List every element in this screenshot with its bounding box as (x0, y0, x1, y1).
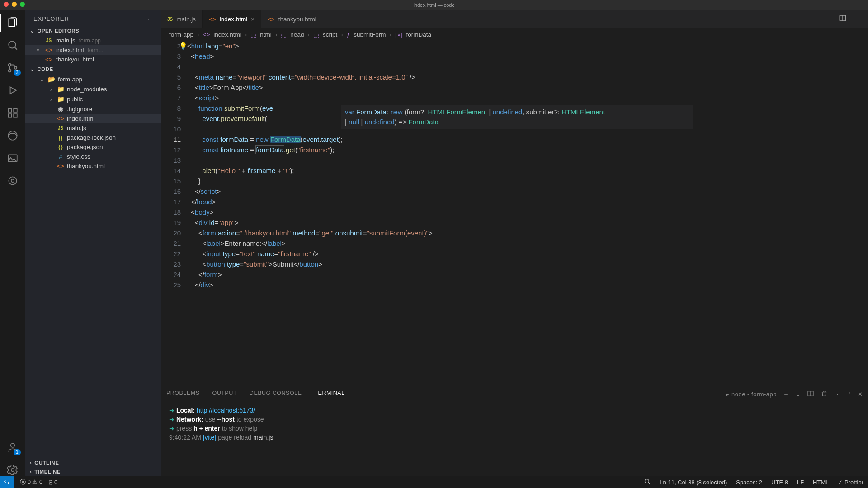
status-cursor[interactable]: Ln 11, Col 38 (8 selected) (660, 479, 727, 486)
file-name: node_modules (67, 86, 107, 93)
traffic-lights (4, 2, 25, 7)
file-tree-row[interactable]: <> thankyou.html (25, 161, 161, 171)
file-icon: 📁 (57, 85, 64, 93)
terminal-shell-label[interactable]: ▸ node - form-app (726, 391, 777, 400)
file-name: index.html (56, 47, 84, 53)
panel-tab-output[interactable]: OUTPUT (212, 390, 236, 401)
search-icon[interactable] (6, 39, 19, 52)
maximize-panel-icon[interactable]: ^ (848, 391, 851, 400)
code-section[interactable]: ⌄ CODE (25, 64, 161, 74)
status-encoding[interactable]: UTF-8 (771, 479, 788, 486)
code-editor[interactable]: 2345678910111213141516171819202122232425… (161, 41, 868, 386)
more-icon[interactable]: ··· (853, 15, 862, 23)
split-terminal-icon[interactable] (807, 390, 814, 401)
timeline-section[interactable]: › TIMELINE (25, 467, 161, 476)
file-tree-row[interactable]: {} package.json (25, 142, 161, 152)
folder-row[interactable]: ⌄ 📂 form-app (25, 74, 161, 84)
open-editors-section[interactable]: ⌄ OPEN EDITORS (25, 26, 161, 36)
file-tree-row[interactable]: JS main.js (25, 123, 161, 133)
file-tree-row[interactable]: ◉ .hgignore (25, 104, 161, 114)
panel-tab-problems[interactable]: PROBLEMS (166, 390, 199, 401)
breadcrumb[interactable]: form-app›<>index.html›⬚html›⬚head›⬚scrip… (161, 28, 868, 41)
run-debug-icon[interactable] (6, 84, 19, 97)
close-panel-icon[interactable]: ✕ (858, 391, 863, 400)
svg-rect-6 (14, 114, 17, 117)
breadcrumb-item[interactable]: index.html (213, 31, 241, 38)
file-tree-row[interactable]: › 📁 node_modules (25, 84, 161, 94)
file-tree-row[interactable]: {} package-lock.json (25, 133, 161, 142)
open-editor-row[interactable]: <> thankyou.html… (25, 55, 161, 64)
chevron-down-icon: ⌄ (30, 66, 35, 72)
open-editor-row[interactable]: JS main.js form-app (25, 36, 161, 45)
close-icon[interactable]: × (251, 16, 255, 23)
window-title: index.html — code (413, 2, 454, 8)
breadcrumb-item[interactable]: head (290, 31, 304, 38)
editor-tab[interactable]: <> thankyou.html (261, 10, 323, 28)
status-ports[interactable]: ⎘ 0 (49, 479, 57, 486)
panel-tab-debug[interactable]: DEBUG CONSOLE (250, 390, 302, 401)
file-icon: 📁 (57, 95, 64, 103)
settings-gear-icon[interactable] (6, 464, 19, 476)
microsoft-edge-icon[interactable] (6, 129, 19, 142)
file-name: index.html (67, 115, 95, 122)
status-language[interactable]: HTML (813, 479, 829, 486)
panel-tab-terminal[interactable]: TERMINAL (314, 390, 344, 401)
source-control-icon[interactable]: 3 (6, 61, 19, 74)
breadcrumb-icon: [∘] (395, 31, 403, 38)
image-tool-icon[interactable] (6, 152, 19, 164)
chevron-down-icon: ⌄ (30, 28, 35, 34)
zoom-window-icon[interactable] (20, 2, 25, 7)
breadcrumb-item[interactable]: form-app (169, 31, 193, 38)
status-prettier[interactable]: Prettier (838, 479, 863, 486)
file-icon: {} (57, 144, 64, 150)
close-window-icon[interactable] (4, 2, 9, 7)
kill-terminal-icon[interactable] (821, 390, 828, 401)
accounts-badge: 1 (14, 449, 21, 455)
file-tree-row[interactable]: › 📁 public (25, 94, 161, 104)
tab-label: index.html (220, 16, 248, 23)
breadcrumb-item[interactable]: html (260, 31, 272, 38)
file-icon: JS (45, 38, 52, 43)
explorer-icon[interactable] (6, 16, 19, 29)
outline-section[interactable]: › OUTLINE (25, 458, 161, 467)
breadcrumb-icon: ⬚ (281, 31, 287, 38)
code-content[interactable]: <html lang="en"> <head> <meta name="view… (187, 41, 868, 290)
file-name: package.json (67, 144, 103, 150)
file-icon: <> (57, 115, 64, 122)
file-name: main.js (56, 37, 75, 44)
file-name: style.css (67, 153, 90, 160)
status-problems[interactable]: ⓧ 0 ⚠ 0 (20, 478, 42, 486)
file-tree-row[interactable]: <> index.html (25, 114, 161, 123)
breadcrumb-item[interactable]: script (323, 31, 337, 38)
editor-tab[interactable]: <> index.html × (203, 10, 261, 28)
accounts-icon[interactable]: 1 (6, 441, 19, 454)
svg-point-8 (8, 131, 17, 140)
new-terminal-icon[interactable]: ＋ (783, 390, 789, 401)
split-editor-icon[interactable] (839, 14, 847, 24)
tab-label: thankyou.html (278, 16, 316, 23)
extensions-icon[interactable] (6, 107, 19, 119)
svg-point-3 (14, 66, 16, 69)
close-icon[interactable]: × (34, 47, 42, 53)
status-indent[interactable]: Spaces: 2 (736, 479, 762, 486)
breadcrumb-item[interactable]: submitForm (354, 31, 386, 38)
file-icon: <> (45, 56, 52, 63)
terminal-output[interactable]: ➜ Local: http://localhost:5173/ ➜ Networ… (161, 401, 868, 476)
remote-indicator[interactable] (0, 476, 14, 488)
breadcrumb-icon: ⬚ (250, 31, 256, 38)
status-search-icon[interactable] (644, 478, 651, 486)
plugin-icon[interactable] (6, 174, 19, 187)
file-hint: form-app (79, 38, 101, 44)
status-eol[interactable]: LF (797, 479, 804, 486)
breadcrumb-item[interactable]: formData (406, 31, 431, 38)
file-icon: JS (167, 17, 173, 22)
file-tree-row[interactable]: # style.css (25, 152, 161, 161)
editor-tab[interactable]: JS main.js (161, 10, 203, 28)
terminal-dropdown-icon[interactable]: ⌄ (796, 391, 801, 400)
bottom-panel: PROBLEMS OUTPUT DEBUG CONSOLE TERMINAL ▸… (161, 386, 868, 476)
more-icon[interactable]: ··· (145, 15, 153, 22)
open-editor-row[interactable]: × <> index.html form… (25, 45, 161, 55)
minimize-window-icon[interactable] (12, 2, 17, 7)
more-icon[interactable]: ··· (834, 391, 842, 400)
svg-rect-4 (8, 108, 12, 112)
